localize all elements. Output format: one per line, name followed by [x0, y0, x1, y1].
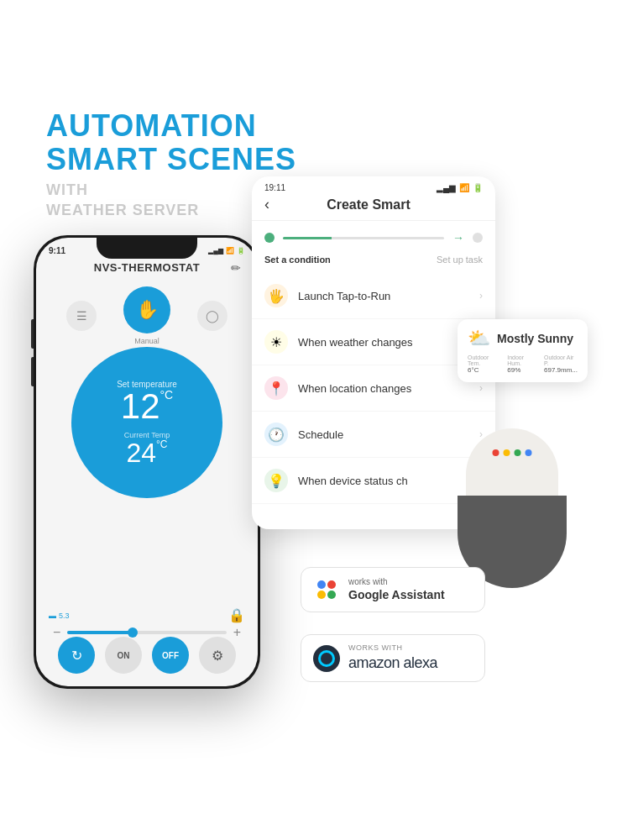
weather-condition-icon: ⛅ [468, 328, 490, 349]
menu-label-3: When location changes [298, 382, 469, 395]
phone-time: 9:11 [49, 246, 65, 255]
wifi-icon: 📶 [459, 183, 469, 192]
automation-title: AUTOMATION SMART SCENES [46, 109, 296, 176]
set-temp-value: 12 [121, 389, 160, 424]
manual-label: Manual [123, 337, 170, 345]
on-button[interactable]: ON [105, 637, 142, 674]
current-temp-unit: °C [156, 439, 167, 449]
air-pressure-label: Outdoor Air P. [544, 354, 578, 366]
battery-icon: 🔋 [237, 247, 245, 255]
google-home-led-dots [493, 449, 532, 456]
weather-card-header: ⛅ Mostly Sunny [468, 328, 578, 349]
off-button[interactable]: OFF [152, 637, 189, 674]
mode-icon[interactable]: ◯ [197, 301, 227, 331]
progress-line [283, 237, 444, 239]
air-pressure-stat: Outdoor Air P. 697.9mm... [544, 354, 578, 374]
ga-dot-blue [317, 580, 326, 589]
current-temp-label: Current Temp [124, 431, 170, 439]
thermostat-controls: ☰ ✋ Manual ◯ [36, 286, 258, 345]
weather-stats: Outdoor Tem. 6°C Indoor Hum. 69% Outdoor… [468, 354, 578, 374]
alexa-logo [313, 645, 340, 672]
schedule-icon: 🕐 [264, 423, 288, 446]
phone-bottom-row: ▬ 5.3 🔒 [49, 607, 245, 623]
google-assistant-logo [313, 576, 340, 603]
indoor-humidity-stat: Indoor Hum. 69% [507, 354, 537, 374]
slider-fill [67, 631, 131, 634]
progress-bar: → [252, 221, 495, 255]
works-with-label: works with [348, 577, 388, 586]
arrow-icon-3: › [479, 382, 483, 394]
alexa-ring [318, 650, 335, 667]
air-pressure-value: 697.9mm... [544, 366, 578, 374]
step1-indicator [264, 233, 275, 243]
indoor-hum-value: 69% [507, 366, 537, 374]
temperature-circle: Set temperature 12 °C Current Temp 24 °C [71, 347, 222, 498]
list-icon[interactable]: ☰ [66, 301, 97, 331]
step1-label: Set a condition [264, 255, 331, 265]
menu-label-2: When weather changes [298, 336, 469, 349]
status-icons: ▂▄▆ 📶 🔋 [208, 247, 245, 255]
phone-mockup: 9:11 ▂▄▆ 📶 🔋 NVS-THERMOSTAT ✏ ☰ ✋ Manual [34, 235, 260, 689]
ga-dot-yellow [317, 591, 326, 599]
tap-run-icon: 🖐 [264, 284, 288, 307]
step2-indicator [473, 233, 483, 243]
google-assistant-text: works with Google Assistant [348, 576, 445, 602]
menu-label-1: Launch Tap-to-Run [298, 290, 469, 302]
menu-item-1[interactable]: 🖐 Launch Tap-to-Run › [252, 273, 495, 319]
amazon-alexa-badge: WORKS WITH amazon alexa [301, 634, 485, 682]
bottom-controls: ↻ ON OFF ⚙ [36, 637, 258, 674]
phone-notch [97, 238, 197, 259]
set-temp-unit: °C [160, 389, 174, 401]
signal-icon: ▂▄▆ [437, 183, 456, 192]
google-dots [317, 580, 336, 599]
indoor-hum-label: Indoor Hum. [507, 354, 537, 366]
outdoor-temp-label: Outdoor Tem. [468, 354, 500, 366]
weather-condition-text: Mostly Sunny [497, 332, 573, 345]
device-status-icon: 💡 [264, 469, 288, 492]
google-home-device [437, 403, 588, 588]
battery-icon: 🔋 [473, 183, 483, 192]
set-temp-label: Set temperature [117, 380, 177, 389]
led-yellow [504, 449, 510, 456]
app-title: Create Smart [327, 197, 411, 213]
settings-button[interactable]: ⚙ [199, 637, 236, 674]
lock-icon[interactable]: 🔒 [228, 607, 245, 623]
phone-header: NVS-THERMOSTAT ✏ [36, 261, 258, 274]
current-temp-value: 24 [126, 439, 156, 466]
led-red [493, 449, 499, 456]
arrow-icon-1: › [479, 290, 483, 302]
edit-icon[interactable]: ✏ [231, 261, 241, 275]
step2-label: Set up task [437, 255, 483, 265]
weather-card: ⛅ Mostly Sunny Outdoor Tem. 6°C Indoor H… [458, 319, 588, 382]
amazon-alexa-brand: amazon alexa [348, 654, 437, 673]
device-name: NVS-THERMOSTAT [94, 261, 200, 274]
google-assistant-brand: Google Assistant [348, 587, 445, 602]
ga-dot-red [327, 580, 336, 589]
battery-value: 5.3 [59, 612, 70, 620]
hand-icon: ✋ [136, 299, 159, 321]
refresh-button[interactable]: ↻ [58, 637, 95, 674]
wifi-icon: 📶 [226, 247, 234, 255]
battery-bar-icon: ▬ [49, 612, 56, 620]
signal-icon: ▂▄▆ [208, 247, 223, 255]
alexa-works-with-label: WORKS WITH [348, 643, 403, 652]
google-assistant-badge: works with Google Assistant [301, 567, 485, 612]
app-time: 19:11 [264, 183, 285, 192]
led-blue [526, 449, 532, 456]
outdoor-temp-stat: Outdoor Tem. 6°C [468, 354, 500, 374]
google-home-body [458, 437, 567, 588]
app-status-bar: 19:11 ▂▄▆ 📶 🔋 [252, 176, 495, 196]
step-labels: Set a condition Set up task [252, 255, 495, 273]
app-nav: ‹ Create Smart [252, 196, 495, 221]
led-green [515, 449, 521, 456]
location-icon: 📍 [264, 376, 288, 400]
app-status-icons: ▂▄▆ 📶 🔋 [437, 183, 483, 192]
ga-dot-green [327, 591, 336, 599]
weather-icon: ☀ [264, 330, 288, 354]
outdoor-temp-value: 6°C [468, 366, 500, 374]
slider-track[interactable] [67, 631, 226, 634]
phone-screen: 9:11 ▂▄▆ 📶 🔋 NVS-THERMOSTAT ✏ ☰ ✋ Manual [36, 238, 258, 686]
back-button[interactable]: ‹ [264, 196, 269, 213]
manual-button[interactable]: ✋ [123, 286, 170, 333]
progress-arrow: → [452, 231, 464, 244]
